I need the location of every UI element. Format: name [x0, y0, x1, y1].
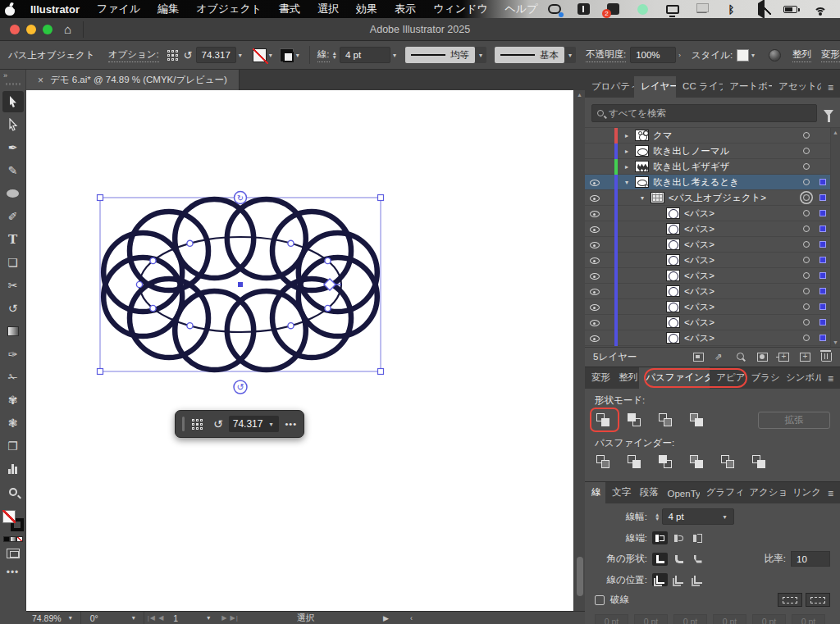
layer-name[interactable]: <パス>: [684, 285, 714, 298]
stroke-tab-線[interactable]: 線: [585, 482, 605, 503]
dash-field-1[interactable]: 0 pt: [634, 614, 668, 624]
dash-field-5[interactable]: 0 pt: [792, 614, 825, 624]
miter-limit-field[interactable]: 10: [791, 551, 830, 567]
dash-field-0[interactable]: 0 pt: [595, 614, 628, 624]
hud-more-options-icon[interactable]: •••: [285, 419, 297, 429]
selection-indicator[interactable]: [815, 288, 830, 294]
target-icon[interactable]: [797, 319, 815, 326]
stroke-weight-label[interactable]: 線:: [317, 48, 330, 62]
document-tab[interactable]: × デモ 6.ai* @ 74.89 % (CMYK/プレビュー): [26, 70, 240, 90]
gradient-tool[interactable]: [2, 321, 24, 342]
merge-pathfinder-button[interactable]: [657, 454, 677, 471]
dash-field-2[interactable]: 0 pt: [673, 614, 707, 624]
menu-item-app[interactable]: Illustrator: [30, 3, 80, 16]
visibility-toggle[interactable]: [585, 224, 605, 234]
shaper-tool[interactable]: ✑: [2, 344, 24, 365]
selection-indicator[interactable]: [815, 272, 830, 279]
line-icon[interactable]: [636, 3, 650, 16]
apple-menu-icon[interactable]: [5, 3, 16, 16]
selection-indicator[interactable]: [815, 257, 830, 263]
layer-name[interactable]: <パス>: [684, 223, 714, 235]
target-icon[interactable]: [797, 257, 815, 263]
layer-row-9[interactable]: <パス>: [585, 268, 840, 284]
symbol-sprayer-tool[interactable]: ❃: [2, 412, 24, 434]
target-icon[interactable]: [797, 179, 815, 185]
target-icon[interactable]: [797, 132, 815, 139]
stroke-color-swatch[interactable]: [280, 48, 294, 62]
disclosure-icon[interactable]: ▸: [623, 148, 631, 155]
align-center-button[interactable]: [652, 573, 668, 586]
round-cap-button[interactable]: [671, 531, 687, 544]
selection-indicator[interactable]: [815, 194, 830, 201]
layer-row-1[interactable]: ▸吹き出しノーマル: [585, 143, 840, 159]
tab-プロパティ[interactable]: プロパティ: [585, 76, 634, 98]
layer-thumbnail[interactable]: [651, 192, 664, 203]
layer-row-2[interactable]: ▸吹き出しギザギザ: [585, 159, 840, 175]
profile-chevron-icon[interactable]: ▾: [475, 47, 486, 63]
layer-name[interactable]: <パス>: [684, 270, 714, 282]
style-chevron-icon[interactable]: ▾: [749, 52, 757, 59]
visibility-toggle[interactable]: [585, 208, 605, 218]
selection-indicator[interactable]: [815, 179, 830, 185]
artboard-tool[interactable]: ❐: [2, 435, 24, 457]
wifi-icon[interactable]: [813, 3, 827, 16]
target-icon[interactable]: [797, 288, 815, 294]
stroke-weight-stepper[interactable]: ▲▼: [332, 51, 337, 59]
delete-layer-icon[interactable]: [821, 353, 832, 362]
type-tool[interactable]: T: [2, 229, 24, 250]
scrollbar-thumb[interactable]: [577, 557, 583, 596]
crop-pathfinder-button[interactable]: [688, 454, 708, 471]
free-transform-tool[interactable]: ❏: [2, 252, 24, 273]
creative-cloud-icon[interactable]: [547, 3, 561, 16]
stroke-chevron-icon[interactable]: ▾: [294, 52, 302, 59]
opacity-field[interactable]: 100%: [630, 47, 676, 63]
stroke-weight-chevron-icon[interactable]: ▾: [390, 52, 399, 59]
layer-thumbnail[interactable]: [666, 301, 680, 312]
layer-row-12[interactable]: <パス>: [585, 315, 840, 330]
hud-reference-point-icon[interactable]: [192, 419, 202, 430]
layer-thumbnail[interactable]: [666, 254, 680, 266]
reference-point-icon[interactable]: [167, 50, 178, 61]
layer-thumbnail[interactable]: [666, 207, 680, 219]
dash-preset-button-1[interactable]: [778, 593, 802, 607]
trim-pathfinder-button[interactable]: [626, 454, 646, 471]
visibility-toggle[interactable]: [585, 286, 605, 296]
tab-panel-menu-icon[interactable]: ≡: [821, 82, 840, 98]
layer-row-4[interactable]: ▾<パス上オブジェクト>: [585, 190, 840, 206]
width-profile-select[interactable]: 均等: [405, 47, 475, 63]
options-link[interactable]: オプション:: [108, 48, 159, 62]
menu-item-編集[interactable]: 編集: [158, 2, 179, 16]
visibility-toggle[interactable]: [585, 177, 605, 187]
document-setup-icon[interactable]: [769, 49, 781, 61]
layers-search-icon[interactable]: [736, 353, 746, 362]
tab-レイヤー[interactable]: レイヤー: [634, 76, 676, 98]
pf-tab-アピア[interactable]: アピア: [710, 367, 744, 389]
stroke-tab-グラフィ[interactable]: グラフィ: [700, 482, 742, 503]
layer-name[interactable]: <パス>: [684, 332, 714, 344]
layer-row-6[interactable]: <パス>: [585, 221, 840, 237]
menu-item-表示[interactable]: 表示: [395, 2, 416, 16]
pf-tab-シンボル[interactable]: シンボル: [779, 367, 821, 389]
expand-toolbar-icon[interactable]: »: [3, 71, 7, 80]
hud-chevron-icon[interactable]: ▾: [267, 421, 275, 428]
pf-tab-panel-menu-icon[interactable]: ≡: [821, 373, 840, 389]
fill-stroke-swatches[interactable]: [2, 510, 24, 531]
layer-row-8[interactable]: <パス>: [585, 253, 840, 268]
menu-item-効果[interactable]: 効果: [356, 2, 377, 16]
blend-tool[interactable]: ✾: [2, 389, 24, 411]
projecting-cap-button[interactable]: [690, 531, 705, 544]
selection-indicator[interactable]: [815, 225, 830, 232]
pen-tool[interactable]: ✒: [2, 137, 24, 158]
stroke-tab-アクショ[interactable]: アクショ: [742, 482, 785, 503]
status-play-icon[interactable]: ▶: [383, 614, 389, 622]
stroke-tab-段落[interactable]: 段落: [633, 482, 661, 503]
menu-item-ヘルプ[interactable]: ヘルプ: [505, 2, 538, 16]
layer-row-3[interactable]: ▾吹き出し考えるとき: [585, 175, 840, 190]
tab-アセットの[interactable]: アセットの: [772, 76, 821, 98]
menu-item-オブジェクト[interactable]: オブジェクト: [196, 2, 262, 16]
layer-thumbnail[interactable]: [666, 270, 680, 281]
filter-icon[interactable]: [824, 110, 833, 116]
visibility-toggle[interactable]: [585, 193, 605, 203]
make-clipping-mask-icon[interactable]: [757, 353, 768, 362]
expand-button[interactable]: 拡張: [758, 412, 830, 429]
